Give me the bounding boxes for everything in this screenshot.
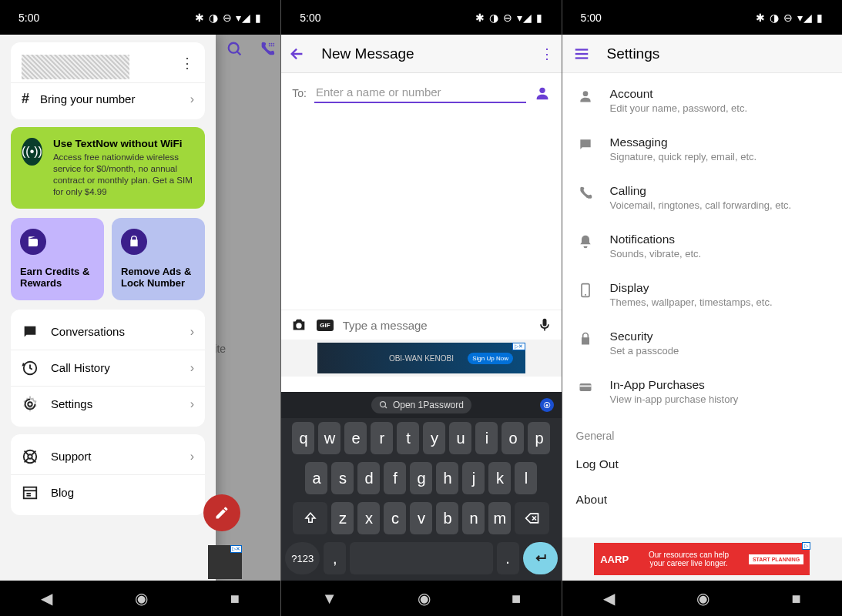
nav-back-icon[interactable]: ◀ xyxy=(41,589,52,608)
hamburger-icon[interactable] xyxy=(573,45,590,62)
promo-card[interactable]: ((•)) Use TextNow without WiFi Access fr… xyxy=(11,127,205,209)
key-p[interactable]: p xyxy=(528,422,550,454)
svg-line-1 xyxy=(237,52,241,55)
chevron-right-icon: › xyxy=(190,92,194,106)
settings-row-icon xyxy=(576,184,595,201)
nav-home-icon[interactable]: ◉ xyxy=(418,589,431,608)
status-bar: 5:00 ✱ ◑ ⊖ ▾◢ ▮ xyxy=(562,0,842,35)
phone-2-new-message: 5:00 ✱ ◑ ⊖ ▾◢ ▮ New Message ⋮ To: GIF ▷✕… xyxy=(280,0,561,616)
camera-icon[interactable] xyxy=(290,316,307,333)
key-r[interactable]: r xyxy=(371,422,393,454)
nav-home-icon[interactable]: ◉ xyxy=(135,589,148,608)
key-e[interactable]: e xyxy=(344,422,367,454)
gif-icon[interactable]: GIF xyxy=(317,320,333,331)
key-c[interactable]: c xyxy=(384,502,406,534)
key-u[interactable]: u xyxy=(449,422,471,454)
settings-row-icon xyxy=(576,330,595,346)
search-icon[interactable] xyxy=(226,41,243,58)
earn-credits-card[interactable]: Earn Credits & Rewards xyxy=(11,218,104,300)
logout-row[interactable]: Log Out xyxy=(562,447,842,482)
menu-support[interactable]: Support› xyxy=(11,439,205,474)
menu-call-history[interactable]: Call History› xyxy=(11,350,205,386)
message-input[interactable] xyxy=(343,319,528,332)
numbers-key[interactable]: ?123 xyxy=(285,542,320,574)
settings-row-icon xyxy=(576,136,595,152)
contact-icon[interactable] xyxy=(534,85,551,102)
key-y[interactable]: y xyxy=(423,422,445,454)
space-key[interactable] xyxy=(350,542,492,574)
key-k[interactable]: k xyxy=(488,462,511,494)
banner-ad[interactable]: ▷✕ OBI-WAN KENOBI Sign Up Now xyxy=(281,340,561,377)
nav-recent-icon[interactable]: ■ xyxy=(230,590,240,608)
key-d[interactable]: d xyxy=(357,462,380,494)
ad-cta-button[interactable]: START PLANNING xyxy=(749,554,803,564)
password-suggestion[interactable]: Open 1Password xyxy=(371,397,471,413)
key-i[interactable]: i xyxy=(475,422,498,454)
key-h[interactable]: h xyxy=(436,462,458,494)
nav-recent-icon[interactable]: ■ xyxy=(512,590,521,608)
chevron-right-icon: › xyxy=(190,361,194,375)
menu-conversations[interactable]: Conversations› xyxy=(11,314,205,350)
key-m[interactable]: m xyxy=(488,502,511,534)
key-l[interactable]: l xyxy=(515,462,537,494)
banner-ad[interactable]: ▷ AARP Our resources can helpyour career… xyxy=(562,537,842,581)
key-n[interactable]: n xyxy=(462,502,485,534)
enter-key[interactable] xyxy=(523,542,558,574)
hash-icon: # xyxy=(22,91,29,107)
comma-key[interactable]: , xyxy=(324,542,346,574)
key-g[interactable]: g xyxy=(410,462,432,494)
settings-messaging[interactable]: MessagingSignature, quick reply, email, … xyxy=(562,125,842,173)
corner-ad[interactable]: ▷✕ xyxy=(208,545,242,579)
navigation-drawer: ⋮ #Bring your number › ((•)) Use TextNow… xyxy=(0,35,216,581)
settings-calling[interactable]: CallingVoicemail, ringtones, call forwar… xyxy=(562,173,842,222)
key-s[interactable]: s xyxy=(331,462,354,494)
settings-notifications[interactable]: NotificationsSounds, vibrate, etc. xyxy=(562,222,842,270)
shift-key[interactable] xyxy=(293,502,327,534)
period-key[interactable]: . xyxy=(497,542,519,574)
remove-ads-card[interactable]: Remove Ads & Lock Number xyxy=(112,218,205,300)
settings-account[interactable]: AccountEdit your name, password, etc. xyxy=(562,76,842,125)
recipient-input[interactable] xyxy=(314,82,526,103)
dialpad-icon[interactable] xyxy=(259,41,276,58)
key-x[interactable]: x xyxy=(357,502,380,534)
bring-your-number-row[interactable]: #Bring your number › xyxy=(11,82,205,115)
settings-in-app-purchases[interactable]: In-App PurchasesView in-app purchase his… xyxy=(562,367,842,416)
nav-back-icon[interactable]: ◀ xyxy=(603,589,615,608)
key-f[interactable]: f xyxy=(384,462,406,494)
key-v[interactable]: v xyxy=(410,502,432,534)
phone-1-drawer: 5:00 ✱ ◑ ⊖ ▾◢ ▮ ite ⋮ #Bring your number… xyxy=(0,0,280,616)
svg-point-11 xyxy=(28,454,32,459)
back-arrow-icon[interactable] xyxy=(289,45,306,62)
key-z[interactable]: z xyxy=(331,502,354,534)
about-row[interactable]: About xyxy=(562,482,842,517)
more-icon[interactable]: ⋮ xyxy=(540,45,554,62)
more-icon[interactable]: ⋮ xyxy=(180,55,194,72)
key-t[interactable]: t xyxy=(397,422,419,454)
ad-signup-button[interactable]: Sign Up Now xyxy=(468,353,513,364)
nav-recent-icon[interactable]: ■ xyxy=(792,590,801,608)
settings-display[interactable]: DisplayThemes, wallpaper, timestamps, et… xyxy=(562,270,842,319)
compose-fab[interactable] xyxy=(203,494,240,531)
svg-point-6 xyxy=(273,45,275,47)
svg-point-5 xyxy=(271,45,273,47)
key-a[interactable]: a xyxy=(305,462,327,494)
key-q[interactable]: q xyxy=(292,422,314,454)
mic-icon[interactable] xyxy=(537,317,552,333)
key-w[interactable]: w xyxy=(318,422,340,454)
onepassword-icon[interactable]: ⦿ xyxy=(540,398,554,412)
settings-security[interactable]: SecuritySet a passcode xyxy=(562,319,842,367)
menu-settings[interactable]: Settings› xyxy=(11,386,205,422)
app-bar: Settings xyxy=(562,35,842,73)
nav-home-icon[interactable]: ◉ xyxy=(696,589,709,608)
key-o[interactable]: o xyxy=(502,422,524,454)
svg-point-4 xyxy=(269,43,270,45)
key-j[interactable]: j xyxy=(462,462,485,494)
settings-row-icon xyxy=(576,378,595,395)
nav-back-icon[interactable]: ▼ xyxy=(322,590,337,608)
lock-bag-icon xyxy=(121,229,147,255)
menu-blog[interactable]: Blog xyxy=(11,474,205,511)
backspace-key[interactable] xyxy=(515,502,549,534)
status-bar: 5:00 ✱ ◑ ⊖ ▾◢ ▮ xyxy=(0,0,280,35)
key-b[interactable]: b xyxy=(436,502,458,534)
svg-point-7 xyxy=(269,45,270,47)
